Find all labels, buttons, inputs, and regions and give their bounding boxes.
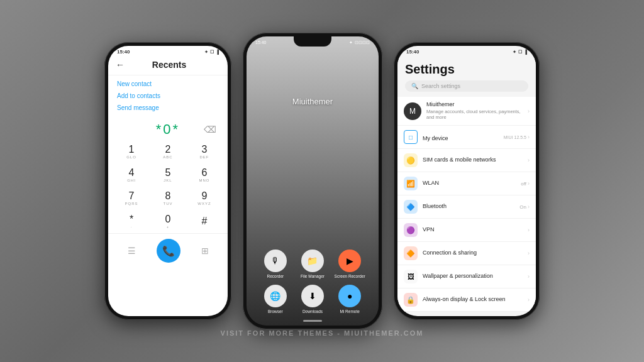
phone3-status-bar: 15:40 ✦☐▐ [397, 46, 536, 56]
settings-icon-0: 🟡 [404, 153, 418, 167]
app-icon-2: ▶ [338, 250, 361, 272]
dial-key-5[interactable]: 5JKL [150, 163, 186, 187]
user-avatar: M [404, 102, 421, 120]
user-text: Miuithemer Manage accounts, cloud servic… [426, 101, 523, 121]
settings-item-right-2: On › [519, 204, 530, 210]
backspace-icon[interactable]: ⌫ [204, 124, 216, 134]
recents-links: New contact Add to contacts Send message [108, 75, 228, 116]
back-arrow-icon[interactable]: ← [116, 60, 125, 70]
phone3-screen: 15:40 ✦☐▐ Settings 🔍 Search settings M M… [397, 46, 536, 316]
settings-item-right-0: › [526, 157, 530, 163]
recents-title: Recents [131, 60, 208, 70]
app-icon-wrap-1[interactable]: 📁File Manager [297, 250, 328, 278]
app-icon-wrap-3[interactable]: 🌐Browser [260, 285, 291, 314]
app-icon-0: 🎙 [264, 250, 287, 272]
settings-text-6: Always-on display & Lock screen [423, 296, 521, 304]
settings-item-5[interactable]: 🖼Wallpaper & personalization› [397, 265, 536, 288]
dial-key-*[interactable]: *· [113, 210, 150, 233]
app-icon-4: ⬇ [301, 285, 324, 307]
settings-title: Settings [405, 60, 528, 80]
send-message-link[interactable]: Send message [117, 104, 219, 111]
app-icon-wrap-2[interactable]: ▶Screen Recorder [335, 250, 365, 278]
app-icon-wrap-4[interactable]: ⬇Downloads [297, 285, 328, 314]
settings-text-1: WLAN [423, 180, 516, 187]
settings-item-right-4: › [526, 250, 530, 256]
miui-version: MIUI 12.5.5 [504, 135, 526, 140]
settings-device-item[interactable]: □ My device MIUI 12.5.5 › [397, 126, 536, 149]
dial-key-4[interactable]: 4GHI [113, 163, 150, 187]
call-button[interactable]: 📞 [157, 239, 180, 263]
settings-item-title-1: WLAN [423, 180, 516, 187]
home-indicator[interactable] [303, 320, 322, 322]
settings-item-3[interactable]: 🟣VPN› [397, 219, 536, 242]
settings-header: Settings 🔍 Search settings [397, 56, 536, 97]
new-contact-link[interactable]: New contact [117, 80, 219, 87]
dial-key-1[interactable]: 1GLO [113, 140, 150, 163]
user-name: Miuithemer [426, 101, 523, 109]
settings-search[interactable]: 🔍 Search settings [405, 80, 528, 92]
settings-item-title-2: Bluetooth [423, 203, 514, 211]
dial-display: *0* ⌫ [108, 116, 228, 140]
device-right: MIUI 12.5.5 › [504, 134, 530, 140]
settings-item-2[interactable]: 🔷BluetoothOn › [397, 195, 536, 219]
app-label-5: Mi Remote [340, 309, 359, 314]
phone1-time: 15:40 [117, 49, 130, 55]
settings-icon-6: 🔒 [404, 293, 418, 307]
settings-item-4[interactable]: 🔶Connection & sharing› [397, 242, 536, 265]
device-chevron: › [528, 134, 530, 140]
dial-key-0[interactable]: 0+ [150, 210, 186, 233]
phone1-screen: 15:40 ✦☐▐ ← Recents New contact Add to c… [108, 46, 228, 316]
settings-item-title-5: Wallpaper & personalization [423, 273, 521, 280]
settings-text-5: Wallpaper & personalization [423, 273, 521, 280]
settings-item-6[interactable]: 🔒Always-on display & Lock screen› [397, 288, 536, 312]
dial-key-6[interactable]: 6MNO [186, 163, 223, 187]
phone-recents: 15:40 ✦☐▐ ← Recents New contact Add to c… [104, 42, 231, 320]
phone-settings: 15:40 ✦☐▐ Settings 🔍 Search settings M M… [394, 42, 540, 320]
home-screen: 15:40 ✦⊡⊡⊡⊡ Miuithemer 🎙Recorder📁File Ma… [247, 36, 379, 326]
phone2-screen: 15:40 ✦⊡⊡⊡⊡ Miuithemer 🎙Recorder📁File Ma… [247, 36, 379, 326]
device-title: My device [423, 135, 448, 141]
settings-item-1[interactable]: 📶WLANoff › [397, 172, 536, 195]
settings-icon-4: 🔶 [404, 246, 418, 260]
app-label-0: Recorder [267, 274, 284, 278]
device-icon: □ [404, 130, 418, 144]
settings-item-0[interactable]: 🟡SIM cards & mobile networks› [397, 149, 536, 172]
dial-key-3[interactable]: 3DEF [186, 140, 223, 163]
settings-user-item[interactable]: M Miuithemer Manage accounts, cloud serv… [397, 97, 536, 126]
call-icon: 📞 [162, 245, 175, 257]
home-status-icons: ✦⊡⊡⊡⊡ [349, 40, 370, 45]
dial-key-9[interactable]: 9WXYZ [186, 187, 223, 210]
dial-key-8[interactable]: 8TUV [150, 187, 186, 210]
settings-icon-1: 📶 [404, 177, 418, 190]
phone1-status-bar: 15:40 ✦☐▐ [108, 46, 228, 56]
phone3-time: 15:40 [406, 49, 419, 55]
settings-text-0: SIM cards & mobile networks [423, 156, 521, 164]
dial-key-#[interactable]: # [186, 210, 223, 233]
dial-key-7[interactable]: 7PQRS [113, 187, 150, 210]
dialpad: 1GLO2ABC3DEF4GHI5JKL6MNO7PQRS8TUV9WXYZ*·… [108, 140, 228, 233]
device-text: My device [423, 131, 499, 143]
dial-number: *0* [156, 121, 180, 138]
menu-icon[interactable]: ☰ [128, 246, 136, 256]
app-icon-5: ● [338, 285, 361, 307]
recents-header: ← Recents [108, 56, 228, 75]
app-icon-wrap-5[interactable]: ●Mi Remote [335, 285, 365, 314]
add-to-contacts-link[interactable]: Add to contacts [117, 92, 219, 99]
settings-item-right-5: › [526, 273, 530, 280]
app-label-1: File Manager [301, 274, 325, 278]
settings-item-title-3: VPN [423, 226, 521, 234]
user-chevron: › [528, 108, 530, 114]
settings-list: M Miuithemer Manage accounts, cloud serv… [397, 97, 536, 312]
app-icon-wrap-0[interactable]: 🎙Recorder [260, 250, 291, 278]
app-icon-1: 📁 [301, 250, 324, 272]
watermark: VISIT FOR MORE THEMES - MIUITHEMER.COM [221, 329, 424, 337]
phone-home: 15:40 ✦⊡⊡⊡⊡ Miuithemer 🎙Recorder📁File Ma… [243, 33, 382, 329]
camera-notch [294, 36, 331, 47]
dial-key-2[interactable]: 2ABC [150, 140, 186, 163]
phone1-bottom-bar: ☰ 📞 ⊞ [108, 233, 228, 269]
settings-dynamic-items: 🟡SIM cards & mobile networks›📶WLANoff ›🔷… [397, 149, 536, 312]
keypad-icon[interactable]: ⊞ [201, 246, 209, 256]
settings-item-title-0: SIM cards & mobile networks [423, 156, 521, 164]
settings-item-right-3: › [526, 227, 530, 233]
settings-icon-3: 🟣 [404, 223, 418, 237]
